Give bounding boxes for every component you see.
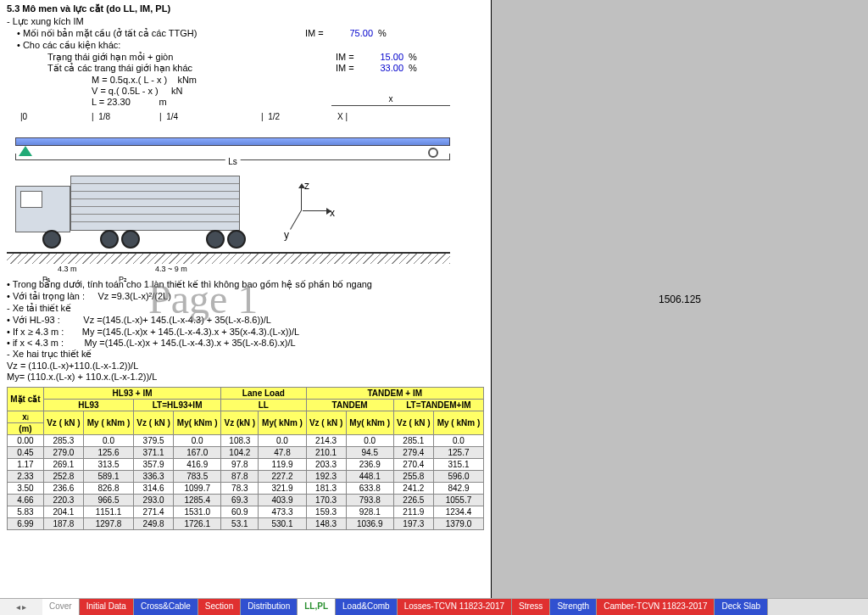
tab-strength[interactable]: Strength <box>550 599 597 615</box>
sublabel-others: Tất cả các trang thái giới hạn khác <box>47 63 336 74</box>
tab-llpl-active[interactable]: LL,PL <box>298 599 336 615</box>
tab-distribution[interactable]: Distribution <box>241 599 298 615</box>
bullet-other: • Cho các cầu kiện khác: <box>17 40 484 51</box>
table-row: 6.99187.81297.8249.81726.153.1530.1148.3… <box>8 518 484 530</box>
table-row: 0.00285.30.0379.50.0108.30.0214.30.0285.… <box>8 435 484 447</box>
tab-losses[interactable]: Losses-TCVN 11823-2017 <box>398 599 512 615</box>
im-value-3: 33.00 <box>365 63 403 74</box>
tab-stress[interactable]: Stress <box>512 599 550 615</box>
table-row: 2.33252.8589.1336.3783.587.8227.2192.344… <box>8 471 484 483</box>
im-value-2: 15.00 <box>365 52 403 63</box>
tab-cross-cable[interactable]: Cross&Cable <box>134 599 198 615</box>
tab-cover[interactable]: Cover <box>42 599 80 615</box>
tab-load-comb[interactable]: Load&Comb <box>336 599 398 615</box>
sublabel-fatigue: Trạng thái giới hạn mỏi + giòn <box>47 52 336 63</box>
tab-camber[interactable]: Camber-TCVN 11823-2017 <box>597 599 715 615</box>
tab-section[interactable]: Section <box>198 599 241 615</box>
impact-heading: - Lực xung kích IM <box>7 16 484 27</box>
preview-panel: 1506.125 <box>492 0 868 598</box>
table-row: 0.45279.0125.6371.1167.0104.247.8210.194… <box>8 447 484 459</box>
im-value-1: 75.00 <box>335 28 373 39</box>
tab-deck-slab[interactable]: Deck Slab <box>715 599 768 615</box>
table-row: 1.17269.1313.5357.9416.997.8119.9203.323… <box>8 459 484 471</box>
table-row: 3.50236.6826.8314.61099.778.3321.9181.36… <box>8 483 484 495</box>
section-title: 5.3 Mô men và lực cắt (do LL, IM, PL) <box>7 3 484 14</box>
preview-value: 1506.125 <box>659 294 701 305</box>
bullet-joint: • Mối nối bản mặt cầu (ở tất cả các TTGH… <box>17 28 305 39</box>
table-row: 5.83204.11151.1271.41531.060.9473.3159.3… <box>8 506 484 518</box>
tab-nav-buttons[interactable]: ◂▸ <box>0 599 42 615</box>
tab-initial-data[interactable]: Initial Data <box>80 599 134 615</box>
beam-truck-diagram: |0 | 1/8 | 1/4 | 1/2 X | x Ls <box>7 112 484 277</box>
table-row: 4.66220.3966.5293.01285.469.3403.9170.37… <box>8 495 484 506</box>
sheet-tab-bar[interactable]: ◂▸ Cover Initial Data Cross&Cable Sectio… <box>0 598 868 615</box>
results-table: Mặt cắt HL93 + IM Lane Load TANDEM + IM … <box>7 387 484 530</box>
document-page: 5.3 Mô men và lực cắt (do LL, IM, PL) - … <box>0 0 492 598</box>
